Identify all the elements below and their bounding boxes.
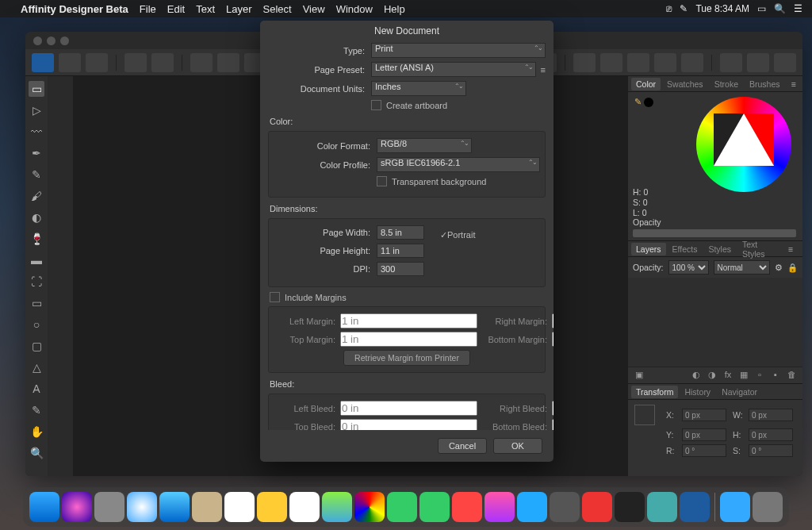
trash-icon[interactable]: 🗑: [785, 370, 798, 381]
type-select[interactable]: Print: [371, 43, 546, 58]
color-profile-select[interactable]: sRGB IEC61966-2.1: [377, 157, 540, 172]
spotlight-icon[interactable]: 🔍: [774, 3, 786, 14]
dock-itunes-icon[interactable]: [485, 492, 515, 522]
dock-facetime-icon[interactable]: [419, 492, 450, 522]
tab-color[interactable]: Color: [631, 78, 661, 90]
dock-affinity-icon[interactable]: [680, 492, 710, 522]
dock-siri-icon[interactable]: [62, 492, 92, 522]
transparent-bg-checkbox[interactable]: [377, 176, 387, 186]
airplay-icon[interactable]: ⎚: [666, 3, 672, 14]
tab-swatches[interactable]: Swatches: [662, 78, 708, 90]
tab-transform[interactable]: Transform: [631, 386, 678, 398]
tab-brushes[interactable]: Brushes: [745, 78, 785, 90]
fill-tool-icon[interactable]: ◐: [29, 209, 44, 225]
dock-trash-icon[interactable]: [753, 492, 783, 522]
page-width-field[interactable]: [377, 225, 424, 240]
menu-file[interactable]: File: [140, 3, 156, 15]
clock[interactable]: Tue 8:34 AM: [695, 3, 749, 14]
persona-designer-icon[interactable]: [32, 53, 54, 72]
blend-mode-select[interactable]: Normal: [714, 260, 770, 275]
dock-finder-icon[interactable]: [29, 492, 59, 522]
menu-layer[interactable]: Layer: [226, 3, 252, 15]
lock-icon[interactable]: 🔒: [787, 263, 798, 273]
gear-icon[interactable]: ⚙: [775, 263, 783, 272]
node-tool-icon[interactable]: ▷: [29, 102, 44, 118]
transparency-tool-icon[interactable]: 🍷: [29, 231, 44, 247]
dock-photos-icon[interactable]: [354, 492, 385, 522]
dock-appstore-icon[interactable]: [517, 492, 547, 522]
units-select[interactable]: Inches: [371, 81, 466, 96]
toolbar-btn[interactable]: [747, 53, 769, 72]
zoom-tool-icon[interactable]: 🔍: [29, 445, 44, 461]
persona-pixel-icon[interactable]: [59, 53, 81, 72]
color-wheel[interactable]: [696, 97, 791, 192]
minimize-icon[interactable]: [47, 36, 56, 45]
swatch-icon[interactable]: [644, 98, 653, 107]
preset-menu-icon[interactable]: ≡: [541, 65, 546, 75]
eyedropper-icon[interactable]: ✎: [634, 97, 642, 106]
dock-launchpad-icon[interactable]: [94, 492, 124, 522]
dock-mail-icon[interactable]: [159, 492, 190, 522]
dock-maps-icon[interactable]: [322, 492, 352, 522]
include-margins-checkbox[interactable]: [270, 292, 280, 302]
shape-triangle-icon[interactable]: △: [29, 359, 44, 375]
dock-notes-icon[interactable]: [257, 492, 287, 522]
tab-styles[interactable]: Styles: [703, 243, 736, 255]
brush-tool-icon[interactable]: 🖌: [29, 188, 44, 204]
menu-view[interactable]: View: [303, 3, 325, 15]
fx-icon[interactable]: fx: [722, 370, 734, 381]
opacity-select[interactable]: 100 %: [668, 260, 709, 275]
flag-icon[interactable]: ▭: [757, 3, 766, 14]
dock-downloads-icon[interactable]: [720, 492, 750, 522]
bottom-bleed-field[interactable]: [552, 419, 553, 430]
toolbar-btn[interactable]: [681, 53, 703, 72]
right-margin-field[interactable]: [552, 313, 553, 328]
dock-reminders-icon[interactable]: [289, 492, 320, 522]
portrait-checkbox[interactable]: ✓: [440, 230, 447, 240]
close-icon[interactable]: [33, 36, 42, 45]
h-field[interactable]: [749, 428, 793, 441]
move-tool-icon[interactable]: ▭: [29, 81, 44, 97]
page-height-field[interactable]: [377, 244, 424, 258]
tab-layers[interactable]: Layers: [631, 243, 666, 255]
dock-news-icon[interactable]: [452, 492, 482, 522]
opacity-slider[interactable]: [633, 229, 796, 237]
y-field[interactable]: [682, 428, 726, 441]
preset-select[interactable]: Letter (ANSI A): [371, 62, 536, 77]
color-format-select[interactable]: RGB/8: [377, 138, 472, 153]
zoom-icon[interactable]: [60, 36, 69, 45]
dock-contacts-icon[interactable]: [192, 492, 222, 522]
dock-calendar-icon[interactable]: [224, 492, 255, 522]
add-layer-icon[interactable]: ▫: [753, 370, 766, 381]
toolbar-btn[interactable]: [654, 53, 676, 72]
toolbar-btn[interactable]: [720, 53, 742, 72]
menu-window[interactable]: Window: [336, 3, 373, 15]
toolbar-btn[interactable]: [627, 53, 649, 72]
adjust-icon[interactable]: ◑: [706, 370, 718, 381]
toolbar-btn[interactable]: [217, 53, 239, 72]
panel-menu-icon[interactable]: ≡: [783, 243, 798, 255]
hand-tool-icon[interactable]: ✋: [29, 424, 44, 440]
toolbar-btn[interactable]: [190, 53, 213, 72]
left-margin-field[interactable]: [340, 313, 477, 328]
panel-menu-icon[interactable]: ≡: [787, 78, 801, 90]
dock-messages-icon[interactable]: [387, 492, 417, 522]
toolbar-btn[interactable]: [124, 53, 147, 72]
tab-history[interactable]: History: [680, 386, 715, 398]
left-bleed-field[interactable]: [340, 401, 477, 416]
w-field[interactable]: [749, 409, 793, 421]
retrieve-margin-button[interactable]: Retrieve Margin from Printer: [343, 350, 470, 366]
text-tool-icon[interactable]: A: [29, 381, 44, 397]
toolbar-btn[interactable]: [151, 53, 174, 72]
menu-edit[interactable]: Edit: [167, 3, 185, 15]
add-pixel-icon[interactable]: ▪: [769, 370, 782, 381]
dock-safari-icon[interactable]: [127, 492, 157, 522]
tab-navigator[interactable]: Navigator: [717, 386, 762, 398]
tab-effects[interactable]: Effects: [668, 243, 703, 255]
clip-icon[interactable]: ▦: [737, 370, 750, 381]
shape-ellipse-icon[interactable]: ○: [29, 317, 44, 332]
app-name[interactable]: Affinity Designer Beta: [21, 3, 128, 15]
layers-list[interactable]: [628, 278, 802, 367]
menu-text[interactable]: Text: [196, 3, 215, 15]
persona-export-icon[interactable]: [86, 53, 108, 72]
